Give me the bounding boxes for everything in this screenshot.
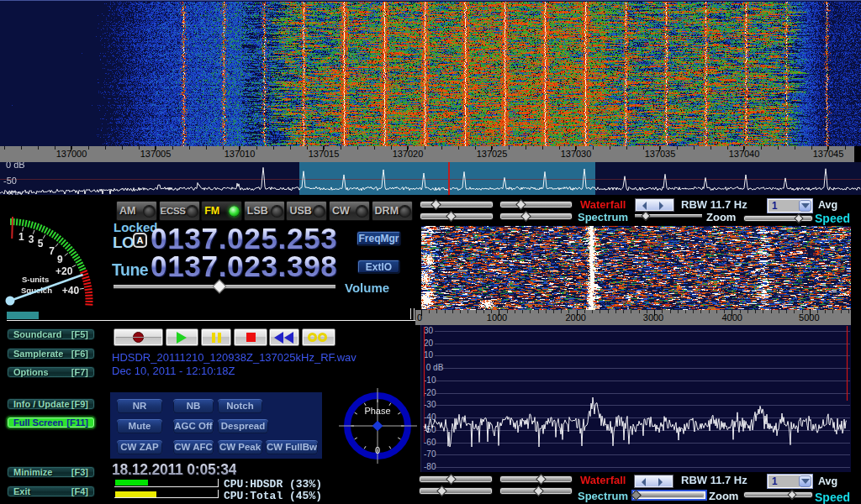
svg-text:+20: +20 <box>55 265 73 277</box>
svg-text:+40: +40 <box>62 285 80 297</box>
svg-text:9: 9 <box>57 254 63 265</box>
svg-text:S-units: S-units <box>22 275 49 284</box>
svg-text:Phase: Phase <box>364 406 390 416</box>
svg-text:7: 7 <box>49 245 55 257</box>
svg-text:3: 3 <box>29 234 34 245</box>
svg-text:5: 5 <box>38 238 44 249</box>
svg-text:1: 1 <box>18 231 24 243</box>
svg-text:0: 0 <box>375 445 380 455</box>
